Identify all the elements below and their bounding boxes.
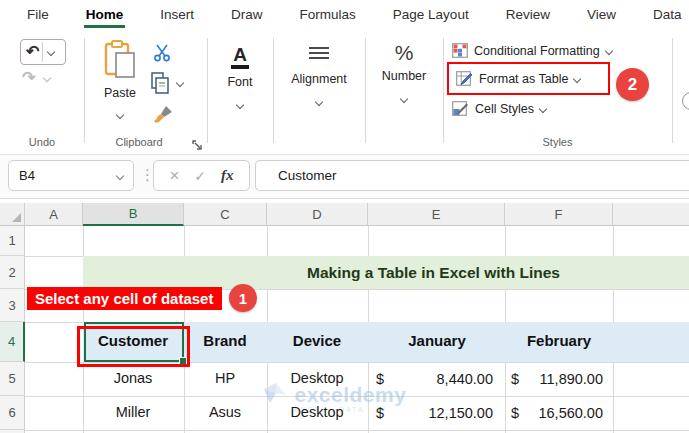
font-icon: A [207,44,273,66]
format-painter-button[interactable] [152,104,174,130]
menu-review[interactable]: Review [504,2,552,28]
format-as-table-label: Format as Table [479,72,568,86]
column-header-d[interactable]: D [267,203,368,226]
name-box[interactable]: B4 [8,160,134,191]
number-group-label: Number [365,69,443,83]
cell-styles-button[interactable]: Cell Styles [452,101,546,117]
cell-styles-icon [452,101,469,117]
conditional-formatting-icon [452,43,468,58]
row-header-5[interactable]: 5 [0,362,25,396]
cell-b5[interactable]: Jonas [114,370,153,386]
clipboard-dialog-launcher[interactable] [192,137,203,155]
cut-scissors-icon [152,44,172,62]
cell-f6[interactable]: $ 16,560.00 [505,396,613,430]
select-all-triangle-icon [12,213,21,222]
cell-value: 11,890.00 [540,371,603,387]
undo-button[interactable]: ↶ [20,39,66,65]
cell-e6[interactable]: $ 12,150.00 [368,396,505,430]
chevron-down-icon [176,79,184,87]
column-header-f[interactable]: F [505,203,613,226]
cell-e5[interactable]: $ 8,440.00 [368,362,505,396]
row-header-6[interactable]: 6 [0,396,25,430]
conditional-formatting-button[interactable]: Conditional Formatting [452,43,612,58]
row-header-3[interactable]: 3 [0,289,25,322]
cut-button[interactable] [152,44,172,66]
header-cell-device[interactable]: Device [293,332,341,349]
chevron-down-icon [116,111,124,119]
menu-draw[interactable]: Draw [229,2,265,28]
chevron-down-icon [539,105,547,113]
clipboard-group-label: Clipboard [84,136,194,148]
menu-bar: File Home Insert Draw Formulas Page Layo… [0,0,689,30]
select-all-corner[interactable] [0,203,25,226]
partial-ribbon-icon [682,92,689,110]
number-percent-icon: % [365,41,443,65]
chevron-down-icon [400,95,408,103]
menu-view[interactable]: View [585,2,618,28]
enter-icon[interactable]: ✓ [194,168,206,184]
column-header-a[interactable]: A [25,203,83,226]
cell-d5[interactable]: Desktop [290,370,343,386]
cell-f5[interactable]: $ 11,890.00 [505,362,613,396]
name-box-value: B4 [19,168,35,183]
styles-group-label: Styles [443,136,672,148]
chevron-down-icon [236,101,244,109]
currency-symbol: $ [376,371,384,387]
row-header-2[interactable]: 2 [0,256,25,289]
excel-window: File Home Insert Draw Formulas Page Layo… [0,0,689,433]
font-group-button[interactable]: A Font [207,44,273,113]
conditional-formatting-label: Conditional Formatting [474,44,600,58]
row-header-4-selected[interactable]: 4 [0,322,25,362]
cell-b6[interactable]: Miller [116,404,151,420]
column-header-b-selected[interactable]: B [83,203,184,226]
alignment-group-label: Alignment [273,72,365,86]
row-header-1[interactable]: 1 [0,226,25,256]
column-header-g-partial[interactable] [613,203,689,226]
paste-button[interactable]: Paste [96,40,144,123]
cell-c6[interactable]: Asus [209,404,241,420]
font-group-label: Font [207,75,273,89]
cell-c5[interactable]: HP [215,370,235,386]
sheet-title: Making a Table in Excel with Lines [307,256,560,289]
cell-value: 8,440.00 [437,371,493,387]
format-painter-brush-icon [152,104,174,126]
copy-button[interactable] [150,72,183,94]
gridline [25,430,689,431]
copy-icon [150,72,170,94]
header-cell-january[interactable]: January [408,332,466,349]
insert-function-icon[interactable]: fx [221,167,234,184]
cancel-icon[interactable]: × [169,167,179,184]
group-divider [672,38,673,143]
menu-page-layout[interactable]: Page Layout [391,2,471,28]
number-group-button[interactable]: % Number [365,41,443,107]
resize-dots-icon[interactable]: ⋮ [140,166,154,184]
format-as-table-button[interactable]: Format as Table [456,71,580,87]
header-cell-brand[interactable]: Brand [203,332,246,349]
alignment-group-button[interactable]: Alignment [273,44,365,110]
menu-home[interactable]: Home [84,2,126,28]
paste-label: Paste [96,86,144,100]
menu-formulas[interactable]: Formulas [298,2,358,28]
selected-cell-highlight-box [77,326,190,367]
dialog-launcher-icon [192,140,203,151]
column-header-c[interactable]: C [184,203,267,226]
menu-file[interactable]: File [25,2,51,28]
menu-data[interactable]: Data [651,2,684,28]
cell-d6[interactable]: Desktop [290,404,343,420]
group-divider [84,38,85,143]
exceldemy-logo-icon [260,381,290,409]
currency-symbol: $ [511,405,519,421]
cell-value: 16,560.00 [538,405,603,421]
menu-insert[interactable]: Insert [158,2,196,28]
chevron-down-icon [605,46,613,54]
currency-symbol: $ [376,405,384,421]
chevron-down-icon [315,98,323,106]
column-header-e[interactable]: E [368,203,505,226]
currency-symbol: $ [511,371,519,387]
formula-input-value: Customer [278,168,337,183]
header-cell-february[interactable]: February [527,332,591,349]
chevron-down-icon [116,171,124,179]
formula-input[interactable]: Customer [255,160,689,191]
undo-group-label: Undo [0,136,84,148]
redo-button[interactable]: ↷ [22,68,50,87]
